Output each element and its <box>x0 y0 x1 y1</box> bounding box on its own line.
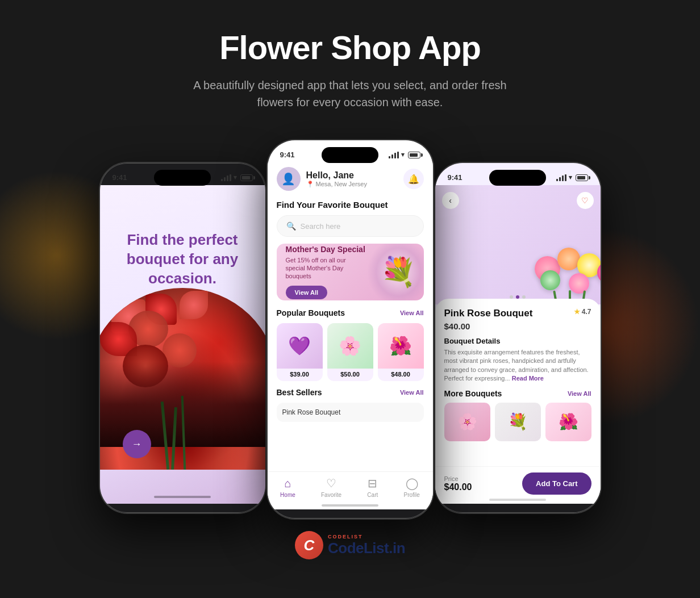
time-1: 9:41 <box>113 173 127 182</box>
home-nav-icon: ⌂ <box>284 477 291 490</box>
product-name: Pink Rose Bouquet <box>444 308 533 319</box>
search-bar[interactable]: 🔍 Search here <box>277 215 424 237</box>
more-bouquet-1[interactable]: 🌸 <box>444 403 490 441</box>
product-rating: ★ 4.7 <box>574 308 591 316</box>
nav-favorite[interactable]: ♡ Favorite <box>321 476 341 498</box>
popular-section: Popular Bouquets View All 💜 $39.00 🌸 <box>268 308 433 381</box>
bouquet-grid: 💜 $39.00 🌸 $50.00 🌺 $48. <box>277 323 424 381</box>
phone-product: 9:41 ▾ ‹ ♡ <box>434 162 602 514</box>
status-icons-2: ▾ <box>389 151 420 158</box>
best-sellers-header: Best Sellers View All <box>277 388 424 397</box>
home-indicator-2 <box>322 504 378 507</box>
codelist-brand: C CodeList CodeList.in <box>295 531 405 559</box>
wifi-2: ▾ <box>401 151 405 158</box>
nav-profile[interactable]: ◯ Profile <box>403 476 419 498</box>
arrow-button[interactable]: → <box>123 430 151 458</box>
promo-flowers: 💐 <box>367 244 424 300</box>
best-sellers-section: Best Sellers View All Pink Rose Bouquet <box>268 388 433 422</box>
bouquet-card-3[interactable]: 🌺 $48.00 <box>378 323 424 381</box>
user-header: 👤 Hello, Jane 📍 Mesa, New Jersey 🔔 <box>268 162 433 198</box>
signal-2 <box>389 152 399 158</box>
product-content: ‹ ♡ <box>435 185 601 504</box>
logo-circle: C <box>295 531 323 559</box>
phones-container: 9:41 ▾ Find the perfect bouquet for any … <box>0 128 700 520</box>
promo-view-all-button[interactable]: View All <box>286 286 328 299</box>
home-indicator-3 <box>489 499 546 501</box>
more-bouquets-grid: 🌸 💐 🌺 <box>444 403 591 441</box>
user-name: Hello, Jane <box>306 170 367 181</box>
more-bouquets-header: More Bouquets View All <box>444 389 591 398</box>
read-more-link[interactable]: Read More <box>512 375 544 382</box>
bouquet-details-title: Bouquet Details <box>444 337 591 345</box>
phone-home: 9:41 ▾ 👤 Hello, Jane 📍 <box>266 139 434 520</box>
bouquet-price-2: $50.00 <box>327 369 373 381</box>
logo-c-letter: C <box>304 537 315 554</box>
popular-title: Popular Bouquets <box>277 308 345 317</box>
wishlist-button[interactable]: ♡ <box>577 192 594 209</box>
product-header: Pink Rose Bouquet ★ 4.7 <box>444 308 591 319</box>
best-seller-item-name: Pink Rose Bouquet <box>282 408 341 416</box>
nav-cart-label: Cart <box>367 492 378 498</box>
home-content: 👤 Hello, Jane 📍 Mesa, New Jersey 🔔 Find … <box>268 162 433 509</box>
bouquet-card-1[interactable]: 💜 $39.00 <box>277 323 323 381</box>
signal-3 <box>556 174 566 181</box>
add-to-cart-button[interactable]: Add To Cart <box>522 472 591 495</box>
nav-profile-label: Profile <box>403 492 419 498</box>
product-details: Pink Rose Bouquet ★ 4.7 $40.00 Bouquet D… <box>435 299 601 504</box>
nav-home-label: Home <box>280 492 295 498</box>
footer-price-label: Price <box>444 475 472 482</box>
more-bouquets-view-all[interactable]: View All <box>568 390 591 397</box>
splash-content: Find the perfect bouquet for any occasio… <box>100 185 265 504</box>
nav-favorite-label: Favorite <box>321 492 341 498</box>
splash-headline: Find the perfect bouquet for any occasio… <box>117 231 248 288</box>
dynamic-island-1 <box>154 170 211 186</box>
bouquet-price-3: $48.00 <box>378 369 424 381</box>
bouquet-price-1: $39.00 <box>277 369 323 381</box>
favorite-nav-icon: ♡ <box>326 476 336 490</box>
product-price: $40.00 <box>444 321 591 331</box>
promo-title: Mother's Day Special <box>286 245 365 254</box>
product-image-area: ‹ ♡ <box>435 185 601 304</box>
promo-description: Get 15% off on all our special Mother's … <box>286 256 360 281</box>
best-seller-card[interactable]: Pink Rose Bouquet <box>277 403 424 422</box>
promo-text: Mother's Day Special Get 15% off on all … <box>286 245 365 300</box>
cart-nav-icon: ⊟ <box>368 476 377 490</box>
bouquet-image-3: 🌺 <box>378 323 424 369</box>
best-sellers-title: Best Sellers <box>277 388 322 397</box>
phone-splash: 9:41 ▾ Find the perfect bouquet for any … <box>99 162 266 514</box>
splash-text: Find the perfect bouquet for any occasio… <box>100 231 265 288</box>
more-bouquet-3[interactable]: 🌺 <box>545 403 591 441</box>
user-info: 👤 Hello, Jane 📍 Mesa, New Jersey <box>277 167 367 191</box>
popular-view-all[interactable]: View All <box>400 310 424 316</box>
location-pin-icon: 📍 <box>306 181 314 188</box>
header: Flower Shop App A beautifully designed a… <box>0 0 700 128</box>
bouquet-card-2[interactable]: 🌸 $50.00 <box>327 323 373 381</box>
popular-header: Popular Bouquets View All <box>277 308 424 317</box>
page-title: Flower Shop App <box>11 28 689 66</box>
time-2: 9:41 <box>280 150 295 159</box>
back-button[interactable]: ‹ <box>442 192 459 209</box>
rating-value: 4.7 <box>582 308 591 316</box>
profile-nav-icon: ◯ <box>406 476 418 490</box>
logo-small-text: CodeList <box>328 534 363 540</box>
nav-home[interactable]: ⌂ Home <box>280 477 295 498</box>
bottom-nav: ⌂ Home ♡ Favorite ⊟ Cart ◯ Profile <box>268 471 433 509</box>
logo-main-text: CodeList.in <box>328 540 405 557</box>
time-3: 9:41 <box>448 173 463 182</box>
battery-1 <box>240 174 253 181</box>
bouquet-image-2: 🌸 <box>327 323 373 369</box>
more-bouquet-2[interactable]: 💐 <box>495 403 541 441</box>
star-icon: ★ <box>574 308 580 316</box>
nav-cart[interactable]: ⊟ Cart <box>367 476 378 498</box>
wifi-3: ▾ <box>569 174 572 181</box>
promo-banner: Mother's Day Special Get 15% off on all … <box>277 244 424 300</box>
best-sellers-view-all[interactable]: View All <box>400 389 424 396</box>
page-subtitle: A beautifully designed app that lets you… <box>180 77 520 111</box>
status-icons-3: ▾ <box>556 174 588 181</box>
battery-2 <box>408 152 420 158</box>
notification-bell[interactable]: 🔔 <box>403 169 424 189</box>
search-icon: 🔍 <box>286 221 296 231</box>
footer-logo: C CodeList CodeList.in <box>0 520 700 571</box>
home-indicator-1 <box>154 496 211 498</box>
status-icons-1: ▾ <box>221 174 253 181</box>
